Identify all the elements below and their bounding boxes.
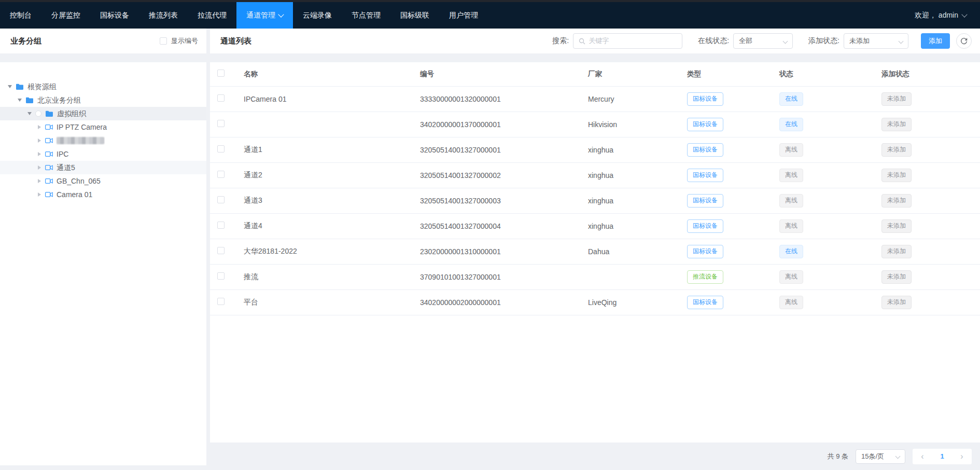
row-checkbox[interactable] <box>217 222 225 229</box>
caret-icon[interactable] <box>38 152 41 156</box>
cell-code: 34020000002000000001 <box>412 289 581 315</box>
caret-icon[interactable] <box>38 165 41 170</box>
tree-node-root-group[interactable]: 根资源组 <box>0 80 206 93</box>
caret-icon[interactable] <box>38 139 41 143</box>
column-header: 名称 <box>236 62 412 86</box>
nav-item-label: 通道管理 <box>246 11 275 20</box>
cell-status: 离线 <box>775 162 861 188</box>
channel-table-card: 名称编号厂家类型状态添加状态 IPCamera 0133330000001320… <box>210 62 980 443</box>
row-checkbox[interactable] <box>217 272 225 280</box>
content: 业务分组 显示编号 根资源组北京业务分组虚拟组织IP PTZ CameraIPC… <box>0 29 980 470</box>
table-row: 平台34020000002000000001LiveQing国标设备离线未添加 <box>210 289 980 315</box>
user-menu[interactable]: 欢迎， admin <box>915 2 980 29</box>
app: 控制台分屏监控国标设备推流列表拉流代理通道管理云端录像节点管理国标级联用户管理 … <box>0 0 980 470</box>
cell-add-status: 未添加 <box>861 213 980 239</box>
nav-item-split-monitor[interactable]: 分屏监控 <box>41 2 90 29</box>
cell-code: 32050514001327000003 <box>412 188 581 213</box>
add-status-select[interactable]: 未添加 <box>844 33 908 49</box>
tree-node-ipc[interactable]: IPC <box>0 147 206 161</box>
cell-name: 通道1 <box>236 137 412 162</box>
nav-item-channel-manage[interactable]: 通道管理 <box>236 2 293 29</box>
nav-item-label: 分屏监控 <box>51 11 80 20</box>
search-icon <box>579 38 585 45</box>
row-checkbox[interactable] <box>217 196 225 203</box>
tree-node-gb-chn-065[interactable]: GB_Chn_065 <box>0 174 206 188</box>
online-status-value: 全部 <box>739 36 752 46</box>
table-row: 推流37090101001327000001推流设备离线未添加 <box>210 264 980 289</box>
tree-node-beijing-group[interactable]: 北京业务分组 <box>0 93 206 107</box>
search-input[interactable]: 关键字 <box>573 33 682 49</box>
caret-icon[interactable] <box>8 85 12 88</box>
type-tag: 推流设备 <box>687 270 723 284</box>
camera-icon <box>45 151 53 157</box>
caret-icon[interactable] <box>18 99 22 102</box>
add-button[interactable]: 添加 <box>921 33 950 49</box>
nav-item-label: 云端录像 <box>303 11 332 20</box>
pagination-bar: 共 9 条 15条/页 ‹ 1 › <box>210 443 980 470</box>
tree-node-redacted-camera[interactable] <box>0 134 206 147</box>
row-checkbox[interactable] <box>217 298 225 305</box>
chevron-down-icon <box>895 454 901 459</box>
caret-icon[interactable] <box>27 112 32 115</box>
row-checkbox[interactable] <box>217 145 225 153</box>
online-status-select[interactable]: 全部 <box>733 33 793 49</box>
row-checkbox-cell <box>210 162 236 188</box>
page-size-select[interactable]: 15条/页 <box>856 449 905 464</box>
table-row: IPCamera 0133330000001320000001Mercury国标… <box>210 86 980 112</box>
tree-node-ip-ptz-camera[interactable]: IP PTZ Camera <box>0 120 206 134</box>
add-status-tag: 未添加 <box>881 245 912 258</box>
table-body: IPCamera 0133330000001320000001Mercury国标… <box>210 86 980 315</box>
prev-page-button[interactable]: ‹ <box>913 449 932 464</box>
tree-node-virtual-org[interactable]: 虚拟组织 <box>0 107 206 120</box>
column-header: 厂家 <box>581 62 677 86</box>
nav-item-push-list[interactable]: 推流列表 <box>139 2 188 29</box>
select-all-checkbox[interactable] <box>217 70 225 77</box>
next-page-button[interactable]: › <box>952 449 972 464</box>
nav-item-pull-proxy[interactable]: 拉流代理 <box>188 2 236 29</box>
cell-status: 离线 <box>775 213 861 239</box>
caret-icon[interactable] <box>38 125 41 129</box>
radio-button[interactable] <box>35 110 41 117</box>
caret-icon[interactable] <box>38 192 41 197</box>
add-status-tag: 未添加 <box>881 219 912 233</box>
total-count: 共 9 条 <box>828 452 848 461</box>
chevron-down-icon <box>899 38 904 44</box>
cell-name: 推流 <box>236 264 412 289</box>
tree-node-label: IPC <box>57 150 68 158</box>
cell-code: 32050514001327000001 <box>412 137 581 162</box>
cell-code: 33330000001320000001 <box>412 86 581 112</box>
table-head: 名称编号厂家类型状态添加状态 <box>210 62 980 86</box>
type-tag: 国标设备 <box>687 143 723 157</box>
nav-item-gb-device[interactable]: 国标设备 <box>90 2 139 29</box>
tree-node-camera-01[interactable]: Camera 01 <box>0 188 206 201</box>
cell-type: 国标设备 <box>677 239 775 264</box>
nav-item-console[interactable]: 控制台 <box>0 2 41 29</box>
checkbox-icon[interactable] <box>160 37 167 45</box>
row-checkbox[interactable] <box>217 120 225 127</box>
current-page-button[interactable]: 1 <box>932 449 952 464</box>
cell-name: 大华28181-2022 <box>236 239 412 264</box>
nav-item-node-manage[interactable]: 节点管理 <box>342 2 390 29</box>
cell-add-status: 未添加 <box>861 137 980 162</box>
camera-icon <box>45 124 53 130</box>
row-checkbox[interactable] <box>217 94 225 102</box>
main-panel: 通道列表 搜索: 关键字 在线状态: 全部 添加状态: 未添加 <box>210 29 980 470</box>
refresh-button[interactable] <box>956 33 972 49</box>
nav-item-gb-cascade[interactable]: 国标级联 <box>390 2 439 29</box>
status-tag: 离线 <box>779 296 803 309</box>
tree-node-label: 北京业务分组 <box>37 96 81 104</box>
nav-item-label: 国标级联 <box>400 11 429 20</box>
cell-vendor: xinghua <box>581 188 677 213</box>
search-label: 搜索: <box>552 36 569 46</box>
sidebar-title: 业务分组 <box>10 36 41 46</box>
nav-item-cloud-record[interactable]: 云端录像 <box>293 2 342 29</box>
row-checkbox[interactable] <box>217 247 225 254</box>
sidebar: 业务分组 显示编号 根资源组北京业务分组虚拟组织IP PTZ CameraIPC… <box>0 29 206 470</box>
nav-item-user-manage[interactable]: 用户管理 <box>439 2 488 29</box>
cell-code: 34020000001370000001 <box>412 112 581 137</box>
cell-type: 国标设备 <box>677 162 775 188</box>
show-number-checkbox[interactable]: 显示编号 <box>160 36 198 46</box>
row-checkbox[interactable] <box>217 171 225 178</box>
tree-node-channel-5[interactable]: 通道5 <box>0 161 206 174</box>
caret-icon[interactable] <box>38 179 41 183</box>
